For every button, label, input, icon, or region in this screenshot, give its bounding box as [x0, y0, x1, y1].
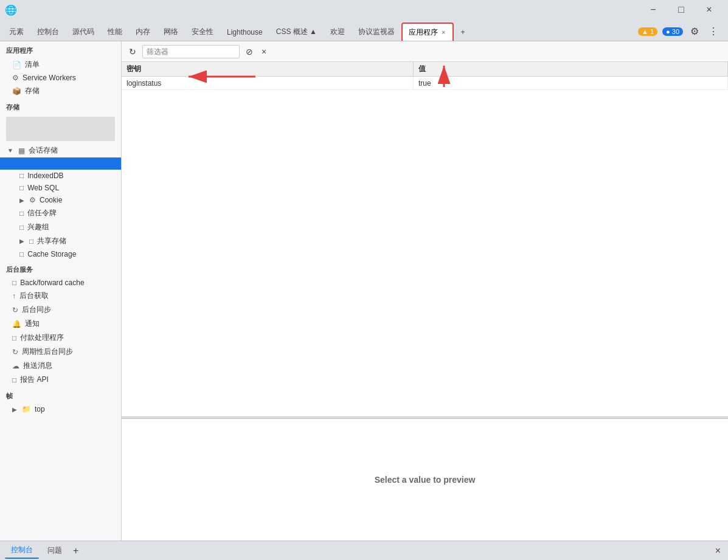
tab-protocol[interactable]: 协议监视器	[352, 22, 401, 41]
content-toolbar: ↻ ⊘ ×	[122, 41, 728, 62]
tab-security[interactable]: 安全性	[185, 22, 220, 41]
sidebar-item-cookie[interactable]: ▶ ⚙ Cookie	[0, 194, 121, 206]
header-value: 值	[414, 62, 728, 76]
add-tab-button[interactable]: +	[71, 545, 81, 556]
interest-group-icon: □	[19, 223, 24, 232]
sidebar-item-storage-section[interactable]: 📦 存储	[0, 84, 121, 98]
cell-value: true	[414, 77, 728, 89]
tab-more[interactable]: +	[454, 22, 471, 41]
section-label-storage: 存储	[0, 98, 121, 114]
shared-storage-expand-icon: ▶	[19, 238, 24, 244]
main-area: 应用程序 📄 清单 ⚙ Service Workers 📦 存储 存储 ▼ ▦ …	[0, 41, 728, 541]
tab-elements[interactable]: 元素	[2, 22, 30, 41]
section-label-application: 应用程序	[0, 41, 121, 58]
tab-performance[interactable]: 性能	[101, 22, 129, 41]
clear-filter-button[interactable]: ⊘	[243, 46, 255, 58]
browser-icon: 🌐	[5, 4, 17, 16]
tab-sources[interactable]: 源代码	[66, 22, 101, 41]
more-options-button[interactable]: ⋮	[706, 24, 721, 38]
sidebar-item-interest-group[interactable]: □ 兴趣组	[0, 220, 121, 234]
cell-key: loginstatus	[122, 77, 414, 89]
filter-input[interactable]	[142, 45, 240, 58]
websql-icon: □	[19, 184, 24, 192]
cookie-icon: ⚙	[29, 196, 36, 204]
table-header: 密钥 值	[122, 62, 728, 77]
title-bar-left: 🌐	[5, 4, 29, 16]
settings-button[interactable]: ⚙	[688, 24, 701, 38]
tabs-right-controls: ▲ 1 ● 30 ⚙ ⋮	[633, 24, 726, 41]
header-key: 密钥	[122, 62, 414, 76]
sidebar-item-session-storage-active[interactable]	[0, 157, 121, 170]
top-pane: 密钥 值 loginstatus true	[122, 62, 728, 417]
tab-console[interactable]: 控制台	[30, 22, 66, 41]
indexeddb-icon: □	[19, 171, 24, 180]
title-bar-controls: − □ ×	[639, 0, 723, 19]
sidebar-item-session-storage[interactable]: ▼ ▦ 会话存储	[0, 143, 121, 157]
sidebar-item-manifest[interactable]: 📄 清单	[0, 58, 121, 72]
cache-storage-icon: □	[19, 250, 24, 258]
bottom-bar: 控制台 问题 + ×	[0, 541, 728, 560]
sidebar-item-back-forward-cache[interactable]: □ Back/forward cache	[0, 277, 121, 289]
tab-lighthouse[interactable]: Lighthouse	[220, 22, 269, 41]
background-sync-icon: ↻	[12, 306, 18, 314]
section-label-background: 后台服务	[0, 260, 121, 277]
sidebar-item-push-messaging[interactable]: ☁ 推送消息	[0, 359, 121, 373]
tab-memory[interactable]: 内存	[129, 22, 157, 41]
serviceworkers-icon: ⚙	[12, 74, 19, 82]
tab-cssoverview[interactable]: CSS 概述 ▲	[269, 22, 324, 41]
bottom-tab-console[interactable]: 控制台	[5, 542, 39, 559]
tab-close-application[interactable]: ×	[440, 28, 446, 36]
sidebar-item-trust-token[interactable]: □ 信任令牌	[0, 206, 121, 220]
section-label-frames: 帧	[0, 387, 121, 403]
table-row[interactable]: loginstatus true	[122, 77, 728, 90]
bottom-close-button[interactable]: ×	[713, 544, 723, 558]
back-forward-cache-icon: □	[12, 278, 16, 287]
preview-label: Select a value to preview	[375, 475, 476, 485]
sidebar-item-serviceworkers[interactable]: ⚙ Service Workers	[0, 72, 121, 84]
top-expand-icon: ▶	[12, 406, 17, 413]
storage-image-placeholder	[6, 117, 115, 141]
sidebar-item-cache-storage[interactable]: □ Cache Storage	[0, 248, 121, 260]
cookie-expand-icon: ▶	[19, 197, 24, 204]
trust-token-icon: □	[19, 209, 24, 218]
expand-icon: ▼	[7, 147, 13, 154]
maximize-button[interactable]: □	[667, 0, 695, 19]
session-storage-icon: ▦	[18, 147, 25, 155]
sidebar-item-notifications[interactable]: 🔔 通知	[0, 317, 121, 331]
split-pane: 密钥 值 loginstatus true Select a value to …	[122, 62, 728, 541]
tab-application[interactable]: 应用程序 ×	[401, 22, 454, 41]
tab-network[interactable]: 网络	[157, 22, 185, 41]
info-badge[interactable]: ● 30	[662, 27, 683, 36]
background-fetch-icon: ↑	[12, 292, 16, 300]
manifest-icon: 📄	[12, 61, 21, 69]
sidebar-item-background-sync[interactable]: ↻ 后台同步	[0, 303, 121, 317]
sidebar-item-indexeddb[interactable]: □ IndexedDB	[0, 170, 121, 182]
close-button[interactable]: ×	[695, 0, 723, 19]
sidebar-item-shared-storage[interactable]: ▶ □ 共享存储	[0, 234, 121, 248]
sidebar-item-websql[interactable]: □ Web SQL	[0, 182, 121, 194]
sidebar-item-background-fetch[interactable]: ↑ 后台获取	[0, 289, 121, 303]
table-body: loginstatus true	[122, 77, 728, 417]
sidebar-item-reporting-api[interactable]: □ 报告 API	[0, 373, 121, 387]
minimize-button[interactable]: −	[639, 0, 667, 19]
push-messaging-icon: ☁	[12, 362, 19, 370]
top-folder-icon: 📁	[22, 405, 31, 413]
devtools-tabs-bar: 元素 控制台 源代码 性能 内存 网络 安全性 Lighthouse CSS 概…	[0, 19, 728, 41]
warning-badge[interactable]: ▲ 1	[638, 27, 657, 36]
reporting-api-icon: □	[12, 376, 16, 384]
tab-welcome[interactable]: 欢迎	[324, 22, 352, 41]
periodic-bg-sync-icon: ↻	[12, 348, 18, 356]
preview-pane: Select a value to preview	[122, 419, 728, 541]
sidebar-item-periodic-bg-sync[interactable]: ↻ 周期性后台同步	[0, 345, 121, 359]
content-area: ↻ ⊘ × 密钥 值 loginstatus true	[122, 41, 728, 541]
payment-handler-icon: □	[12, 334, 16, 342]
bottom-tab-issues[interactable]: 问题	[41, 543, 68, 558]
sidebar-item-payment-handler[interactable]: □ 付款处理程序	[0, 331, 121, 345]
notifications-icon: 🔔	[12, 320, 21, 328]
shared-storage-icon: □	[29, 237, 33, 246]
refresh-button[interactable]: ↻	[127, 46, 139, 58]
sidebar: 应用程序 📄 清单 ⚙ Service Workers 📦 存储 存储 ▼ ▦ …	[0, 41, 122, 541]
title-bar: 🌐 − □ ×	[0, 0, 728, 19]
delete-button[interactable]: ×	[259, 46, 269, 58]
sidebar-item-top[interactable]: ▶ 📁 top	[0, 403, 121, 415]
